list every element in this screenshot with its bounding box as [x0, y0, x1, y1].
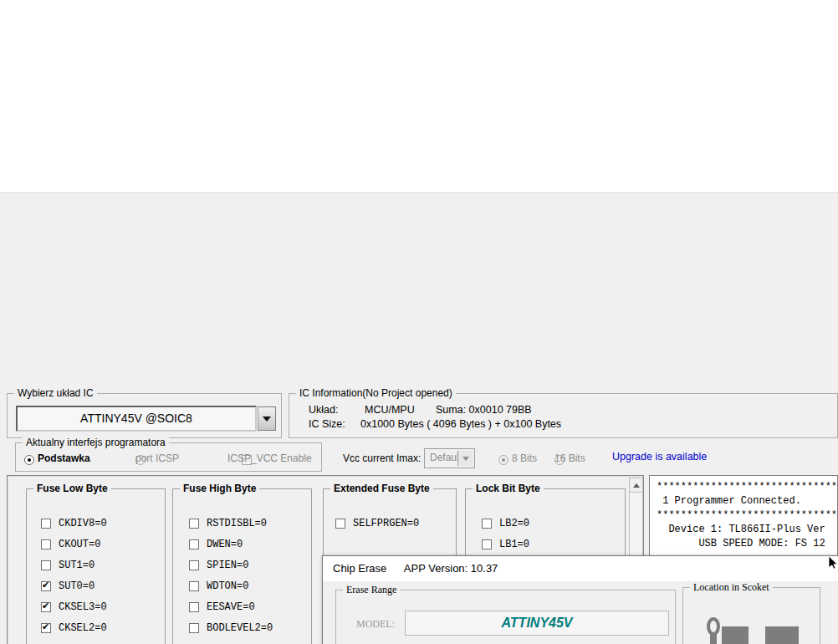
checkbox-label: SELFPRGEN=0: [353, 518, 419, 529]
chevron-down-icon: [263, 417, 271, 422]
vcc-current-label: Vcc current Imax:: [343, 452, 421, 464]
fuse-checkbox-row[interactable]: RSTDISBL=0: [189, 513, 273, 534]
checkbox-label: CKDIV8=0: [59, 518, 107, 529]
fuse-checkbox-row[interactable]: SUT0=0: [41, 575, 107, 596]
chip-select-group-title: Wybierz układ IC: [14, 387, 97, 400]
console-lines: ****************************************…: [657, 480, 837, 551]
fuse-checkbox-row[interactable]: DWEN=0: [189, 534, 273, 555]
radio-16bits-label: 16 Bits: [554, 452, 585, 464]
socket-lever-icon: [708, 619, 718, 634]
checkbox-label: LB1=0: [499, 539, 529, 550]
screenshot-root: Wybierz układ IC ATTINY45V @SOIC8 IC Inf…: [0, 0, 838, 644]
checkbox[interactable]: [189, 519, 199, 529]
radio-podstawka-label: Podstawka: [38, 452, 90, 464]
fuse-high-title: Fuse High Byte: [180, 483, 259, 495]
fuse-checkbox-row[interactable]: CKSEL3=0: [41, 596, 107, 617]
chip-select-dropdown-button[interactable]: [258, 406, 276, 431]
interface-group-title: Aktualny interfejs programatora: [23, 437, 169, 449]
erase-range-title: Erase Range: [343, 584, 400, 596]
vcc-dropdown-button[interactable]: [457, 451, 473, 466]
checkbox-icsp-vcc-label: ICSP_VCC Enable: [227, 452, 312, 464]
console-line: USB SPEED MODE: FS 12: [657, 537, 837, 551]
checkbox-label: EESAVE=0: [207, 601, 255, 613]
fuse-low-title: Fuse Low Byte: [33, 483, 111, 495]
chip-select-value: ATTINY45V @SOIC8: [80, 411, 192, 425]
interface-group: Aktualny interfejs programatora Podstawk…: [15, 442, 322, 472]
fuse-checkbox-row[interactable]: BODLEVEL1=0: [189, 638, 273, 644]
checkbox[interactable]: [41, 581, 51, 591]
fuse-checkbox-row[interactable]: WDTON=0: [189, 575, 273, 596]
fuse-low-list: CKDIV8=0CKOUT=0SUT1=0SUT0=0CKSEL3=0CKSEL…: [41, 513, 107, 644]
vcc-combobox[interactable]: Default: [424, 448, 475, 468]
radio-podstawka[interactable]: [24, 455, 34, 465]
fuse-high-group: Fuse High Byte RSTDISBL=0DWEN=0SPIEN=0WD…: [172, 488, 312, 644]
checkbox[interactable]: [41, 539, 51, 549]
lock-bit-list: LB2=0LB1=0: [482, 513, 529, 555]
checkbox-label: CKOUT=0: [59, 539, 100, 550]
checkbox-label: WDTON=0: [207, 580, 248, 592]
scroll-up-icon: [633, 483, 640, 488]
checkbox-label: LB2=0: [499, 518, 529, 529]
checkbox[interactable]: [41, 602, 51, 612]
checkbox[interactable]: [189, 560, 199, 570]
scroll-up-button[interactable]: [630, 478, 642, 493]
extended-fuse-list: SELFPRGEN=0: [335, 513, 419, 534]
checkbox[interactable]: [41, 519, 51, 529]
fuse-checkbox-row[interactable]: BODLEVEL2=0: [189, 617, 273, 638]
model-label: MODEL:: [356, 618, 395, 631]
socket-location-group: Location in Scoket: [682, 587, 820, 644]
fuse-high-list: RSTDISBL=0DWEN=0SPIEN=0WDTON=0EESAVE=0BO…: [189, 513, 273, 644]
checkbox-label: SUT1=0: [59, 560, 95, 571]
ic-type-label: Układ:: [309, 404, 338, 416]
extended-fuse-title: Extended Fuse Byte: [330, 483, 433, 495]
fuse-low-group: Fuse Low Byte CKDIV8=0CKOUT=0SUT1=0SUT0=…: [26, 488, 166, 644]
fuse-checkbox-row[interactable]: SELFPRGEN=0: [335, 513, 419, 534]
fuse-checkbox-row[interactable]: EESAVE=0: [189, 596, 273, 617]
fuse-checkbox-row[interactable]: CKSEL2=0: [41, 617, 107, 638]
checkbox[interactable]: [482, 519, 492, 529]
fuse-checkbox-row[interactable]: CKSEL1=0: [41, 638, 107, 644]
fuse-checkbox-row[interactable]: SUT1=0: [41, 555, 107, 575]
mouse-cursor-icon: [829, 556, 838, 570]
fuse-checkbox-row[interactable]: CKOUT=0: [41, 534, 107, 555]
checkbox[interactable]: [189, 539, 199, 549]
fuse-checkbox-row[interactable]: CKDIV8=0: [41, 513, 107, 534]
checkbox[interactable]: [41, 560, 51, 570]
model-value: ATTINY45V: [501, 616, 572, 630]
dialog-titlebar[interactable]: Chip Erase APP Version: 10.37: [323, 556, 838, 581]
ic-type-value: MCU/MPU: [365, 404, 415, 416]
checkbox[interactable]: [41, 623, 51, 633]
checkbox-label: SUT0=0: [59, 580, 95, 592]
chip-select-combobox[interactable]: ATTINY45V @SOIC8: [16, 406, 257, 432]
ic-size-label: IC Size:: [309, 418, 345, 430]
dialog-title: Chip Erase APP Version: 10.37: [333, 556, 498, 581]
upgrade-link[interactable]: Upgrade is available: [612, 451, 707, 463]
radio-port-icsp-label: port ICSP: [135, 452, 179, 464]
chip-erase-dialog: Chip Erase APP Version: 10.37 Erase Rang…: [322, 555, 838, 644]
checkbox[interactable]: [335, 519, 345, 529]
zif-socket-graphic: 1#: [683, 588, 820, 644]
checkbox[interactable]: [189, 623, 199, 633]
radio-8bits[interactable]: [498, 455, 508, 465]
chip-select-group: Wybierz układ IC ATTINY45V @SOIC8: [7, 393, 282, 438]
console-line: Device 1: TL866II-Plus Ver: [657, 523, 837, 537]
console-line: 1 Programmer Connected.: [657, 494, 837, 509]
checkbox-label: SPIEN=0: [207, 560, 248, 571]
checkbox[interactable]: [189, 602, 199, 612]
console-line: ****************************************…: [657, 509, 837, 523]
checkbox[interactable]: [482, 539, 492, 549]
dialog-title-text: Chip Erase: [333, 562, 386, 575]
fuse-checkbox-row[interactable]: LB1=0: [482, 534, 529, 555]
chevron-down-icon: [462, 457, 469, 461]
fuse-checkbox-row[interactable]: SPIEN=0: [189, 555, 273, 575]
model-value-box: ATTINY45V: [405, 611, 669, 636]
fuse-checkbox-row[interactable]: LB2=0: [482, 513, 529, 534]
app-window: Wybierz układ IC ATTINY45V @SOIC8 IC Inf…: [0, 192, 838, 644]
ic-checksum: Suma: 0x0010 79BB: [436, 404, 532, 416]
lock-bit-title: Lock Bit Byte: [473, 483, 544, 495]
checkbox-label: RSTDISBL=0: [207, 518, 267, 529]
checkbox-label: BODLEVEL2=0: [207, 622, 273, 634]
checkbox-label: CKSEL3=0: [59, 601, 107, 613]
ic-size-value: 0x1000 Bytes ( 4096 Bytes ) + 0x100 Byte…: [360, 418, 561, 430]
checkbox[interactable]: [189, 581, 199, 591]
